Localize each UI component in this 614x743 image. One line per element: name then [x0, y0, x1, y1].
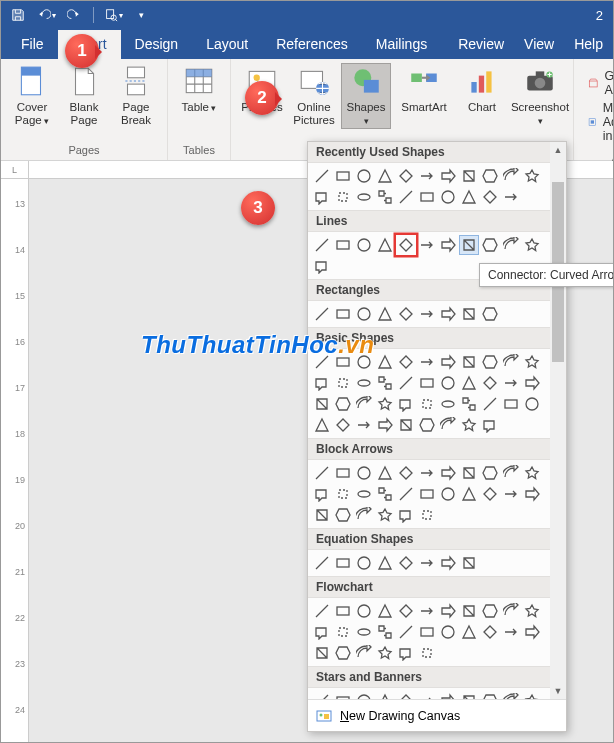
shape-item[interactable] [354, 187, 374, 207]
shape-item[interactable] [522, 691, 542, 699]
shape-item[interactable] [312, 415, 332, 435]
shape-item[interactable] [522, 394, 542, 414]
shape-item[interactable] [417, 235, 437, 255]
shape-item[interactable] [438, 553, 458, 573]
shape-item[interactable] [417, 166, 437, 186]
shape-item[interactable] [312, 394, 332, 414]
shape-item[interactable] [396, 643, 416, 663]
shape-item[interactable] [333, 304, 353, 324]
shape-item[interactable] [333, 463, 353, 483]
shape-item[interactable] [501, 601, 521, 621]
shape-item[interactable] [333, 691, 353, 699]
shape-item[interactable] [312, 643, 332, 663]
my-addins-button[interactable]: My Add-ins ▾ [588, 101, 614, 143]
shape-item[interactable] [480, 166, 500, 186]
shape-item[interactable] [354, 373, 374, 393]
tab-file[interactable]: File [7, 30, 58, 59]
shape-item[interactable] [480, 463, 500, 483]
shape-item[interactable] [333, 235, 353, 255]
shape-item[interactable] [417, 394, 437, 414]
shape-item[interactable] [333, 394, 353, 414]
shape-item[interactable] [354, 553, 374, 573]
shape-item[interactable] [312, 352, 332, 372]
shape-item[interactable] [354, 394, 374, 414]
shape-item[interactable] [375, 166, 395, 186]
qat-customize-icon[interactable]: ▾ [130, 4, 152, 26]
shape-item[interactable] [480, 691, 500, 699]
shape-item[interactable] [375, 691, 395, 699]
shape-item[interactable] [396, 415, 416, 435]
shape-item[interactable] [375, 484, 395, 504]
shape-item[interactable] [396, 505, 416, 525]
tab-design[interactable]: Design [121, 30, 193, 59]
shape-item[interactable] [480, 601, 500, 621]
tab-review[interactable]: Review [448, 30, 514, 59]
shape-item[interactable] [333, 373, 353, 393]
shape-item[interactable] [312, 553, 332, 573]
tab-help[interactable]: Help [564, 30, 613, 59]
shape-item[interactable] [501, 394, 521, 414]
online-pictures-button[interactable]: Online Pictures [289, 63, 339, 129]
ruler-corner[interactable]: L [1, 161, 29, 179]
shape-item[interactable] [459, 166, 479, 186]
shape-item[interactable] [333, 553, 353, 573]
shape-item[interactable] [396, 394, 416, 414]
new-drawing-canvas-button[interactable]: New Drawing Canvas [308, 699, 566, 731]
shape-item[interactable] [417, 352, 437, 372]
screenshot-button[interactable]: Screenshot [509, 63, 571, 129]
shape-item[interactable] [375, 304, 395, 324]
tab-view[interactable]: View [514, 30, 564, 59]
shape-item[interactable] [459, 394, 479, 414]
get-addins-button[interactable]: Get Add-ins [588, 69, 614, 97]
shape-item[interactable] [417, 553, 437, 573]
shape-item[interactable] [396, 691, 416, 699]
shape-item[interactable] [312, 463, 332, 483]
shape-item[interactable] [396, 304, 416, 324]
shape-item[interactable] [354, 505, 374, 525]
shape-item[interactable] [522, 622, 542, 642]
shape-item[interactable] [333, 484, 353, 504]
shape-item[interactable] [354, 622, 374, 642]
vertical-ruler[interactable]: 131415161718192021222324 [1, 179, 29, 742]
shape-item[interactable] [354, 166, 374, 186]
shape-item[interactable] [396, 484, 416, 504]
shape-item[interactable] [417, 643, 437, 663]
shape-item[interactable] [375, 187, 395, 207]
save-icon[interactable] [7, 4, 29, 26]
shape-item[interactable] [333, 505, 353, 525]
tab-layout[interactable]: Layout [192, 30, 262, 59]
shape-item[interactable] [312, 373, 332, 393]
shape-item[interactable] [417, 601, 437, 621]
shape-item[interactable] [333, 352, 353, 372]
shape-item[interactable] [417, 187, 437, 207]
shape-item[interactable] [459, 553, 479, 573]
shape-item[interactable] [438, 463, 458, 483]
shape-item[interactable] [417, 373, 437, 393]
shape-item[interactable] [375, 352, 395, 372]
shape-item[interactable] [396, 553, 416, 573]
shape-item[interactable] [480, 394, 500, 414]
shape-item[interactable] [417, 505, 437, 525]
shape-item[interactable] [438, 415, 458, 435]
shapes-button[interactable]: Shapes [341, 63, 391, 129]
shape-item[interactable] [333, 187, 353, 207]
shape-item[interactable] [480, 415, 500, 435]
shape-item[interactable] [501, 235, 521, 255]
shape-item[interactable] [396, 622, 416, 642]
shape-item[interactable] [354, 601, 374, 621]
shape-item[interactable] [459, 415, 479, 435]
shape-item[interactable] [480, 484, 500, 504]
shape-item[interactable] [522, 352, 542, 372]
scroll-down-icon[interactable]: ▼ [550, 683, 566, 699]
scroll-up-icon[interactable]: ▲ [550, 142, 566, 158]
shape-item[interactable] [501, 166, 521, 186]
shape-item[interactable] [438, 691, 458, 699]
shape-item[interactable] [501, 187, 521, 207]
shape-item[interactable] [333, 166, 353, 186]
gallery-scrollbar[interactable]: ▲ ▼ [550, 142, 566, 699]
shape-item[interactable] [375, 505, 395, 525]
shape-item[interactable] [459, 622, 479, 642]
blank-page-button[interactable]: Blank Page [59, 63, 109, 129]
shape-item[interactable] [480, 304, 500, 324]
shape-item[interactable] [312, 622, 332, 642]
